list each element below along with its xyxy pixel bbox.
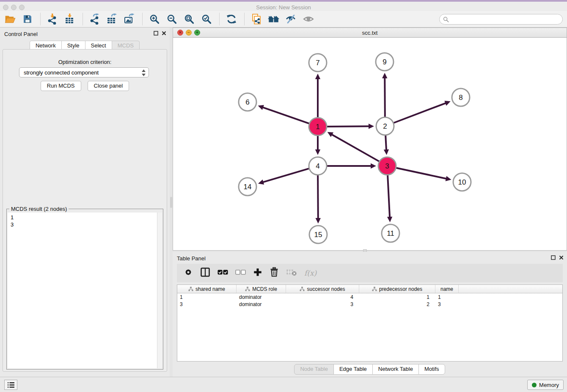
column-header-successor-nodes[interactable]: successor nodes <box>286 285 359 293</box>
close-panel-button[interactable]: Close panel <box>88 81 129 91</box>
export-network-button[interactable] <box>88 13 101 25</box>
graph-edge-1-2[interactable] <box>326 126 370 127</box>
vertical-splitter[interactable] <box>170 28 173 377</box>
import-table-button[interactable] <box>63 13 76 25</box>
tab-network-table[interactable]: Network Table <box>372 364 419 375</box>
import-network-button[interactable] <box>46 13 59 25</box>
column-header-name[interactable]: name <box>435 285 459 293</box>
tab-motifs[interactable]: Motifs <box>418 364 445 375</box>
mcds-result-text[interactable]: 13 <box>8 213 162 368</box>
float-panel-icon[interactable] <box>551 255 556 260</box>
table-cell[interactable]: 1 <box>177 294 237 300</box>
network-window-titlebar[interactable]: ✕ − + scc.txt <box>173 28 567 38</box>
column-header-shared-name[interactable]: shared name <box>177 285 237 293</box>
toolbar-separator <box>40 13 41 25</box>
network-graph: 1234678910111415 <box>173 38 567 251</box>
table-cell[interactable]: 1 <box>359 294 435 300</box>
float-panel-icon[interactable] <box>154 31 158 36</box>
graph-node-label-10: 10 <box>458 178 466 186</box>
table-cell[interactable]: dominator <box>237 301 286 307</box>
criterion-select[interactable]: strongly connected component <box>19 67 149 77</box>
table-cell[interactable]: 4 <box>286 294 359 300</box>
criterion-value: strongly connected component <box>24 69 99 76</box>
column-header-label: successor nodes <box>307 286 345 292</box>
show-graphics-details-button[interactable] <box>302 13 315 25</box>
table-cell[interactable]: 1 <box>435 294 459 300</box>
application-window: Session: New Session <box>0 0 567 392</box>
export-image-button[interactable] <box>123 13 136 25</box>
graph-edge-2-8[interactable] <box>393 103 447 123</box>
memory-button[interactable]: Memory <box>527 380 564 390</box>
graph-edge-3-11[interactable] <box>388 174 390 218</box>
table-toolbar: f(x) <box>177 264 563 282</box>
main-toolbar <box>0 11 567 28</box>
table-cell[interactable]: 3 <box>286 301 359 307</box>
select-all-columns-button[interactable] <box>217 269 228 277</box>
show-column-button[interactable] <box>200 267 210 279</box>
zoom-out-icon <box>167 14 177 25</box>
graph-edge-2-9[interactable] <box>385 77 385 118</box>
close-panel-icon[interactable] <box>162 31 166 36</box>
graph-edge-4-15[interactable] <box>318 174 318 219</box>
save-session-button[interactable] <box>21 13 34 25</box>
graph-edge-2-3[interactable] <box>385 134 386 151</box>
optimization-criterion-label: Optimization criterion: <box>3 59 167 65</box>
save-floppy-icon <box>22 14 33 24</box>
sort-tree-icon <box>372 287 377 292</box>
import-network-icon <box>47 14 58 25</box>
open-file-button[interactable] <box>4 13 17 25</box>
search-field[interactable] <box>439 14 563 25</box>
export-image-icon <box>124 14 135 25</box>
column-header-predecessor-nodes[interactable]: predecessor nodes <box>359 285 435 293</box>
task-history-button[interactable] <box>4 380 17 390</box>
run-mcds-button[interactable]: Run MCDS <box>41 81 81 91</box>
column-header-MCDS-role[interactable]: MCDS role <box>237 285 286 293</box>
checked-boxes-icon <box>217 269 228 275</box>
apply-function-button[interactable]: f(x) <box>304 269 317 277</box>
columns-icon <box>200 267 210 277</box>
table-cell[interactable]: dominator <box>237 294 286 300</box>
zoom-in-button[interactable] <box>148 13 161 25</box>
graph-edge-4-14[interactable] <box>262 168 310 182</box>
delete-column-button[interactable] <box>270 267 279 279</box>
delete-table-button[interactable] <box>286 268 297 278</box>
zoom-selected-button[interactable] <box>200 13 213 25</box>
graph-edge-3-1[interactable] <box>331 134 380 162</box>
graph-node-label-4: 4 <box>316 162 319 170</box>
table-row[interactable]: 1dominator411 <box>177 293 562 301</box>
network-window-title: scc.txt <box>173 30 567 36</box>
table-cell[interactable]: 2 <box>359 301 435 307</box>
graph-edge-arrowhead <box>382 73 387 78</box>
control-panel-title: Control Panel <box>4 31 38 37</box>
graph-edge-arrowhead <box>387 217 392 222</box>
table-cell[interactable]: 3 <box>435 301 459 307</box>
tab-node-table[interactable]: Node Table <box>294 364 334 375</box>
apply-layout-button[interactable] <box>225 13 238 25</box>
search-input[interactable] <box>451 15 562 24</box>
unselect-all-columns-button[interactable] <box>235 269 246 277</box>
window-title: Session: New Session <box>0 4 567 11</box>
graph-node-label-8: 8 <box>459 94 462 102</box>
tab-edge-table[interactable]: Edge Table <box>333 364 373 375</box>
graph-edge-1-6[interactable] <box>262 107 310 124</box>
graph-edge-3-10[interactable] <box>395 168 447 179</box>
graph-node-label-9: 9 <box>383 58 386 66</box>
network-canvas[interactable]: 1234678910111415 <box>173 38 567 250</box>
mcds-panel: Optimization criterion: strongly connect… <box>3 49 167 372</box>
network-from-selection-button[interactable] <box>250 13 263 25</box>
zoom-fit-button[interactable] <box>183 13 195 25</box>
network-view-window: ✕ − + scc.txt 1234678910111415 <box>173 28 567 251</box>
export-table-button[interactable] <box>106 13 118 25</box>
close-panel-icon[interactable] <box>559 255 564 260</box>
first-neighbors-button[interactable] <box>267 13 280 25</box>
table-row[interactable]: 3dominator323 <box>177 301 562 308</box>
graph-edge-arrowhead <box>371 163 376 168</box>
table-options-gear-button[interactable] <box>184 268 193 279</box>
splitter-handle[interactable] <box>170 197 172 208</box>
add-column-button[interactable] <box>253 268 262 279</box>
table-cell[interactable]: 3 <box>177 301 237 307</box>
zoom-out-button[interactable] <box>165 13 178 25</box>
mcds-result-scrollbar[interactable] <box>157 213 162 368</box>
eye-icon <box>303 14 314 24</box>
hide-vizmapper-button[interactable] <box>285 13 297 25</box>
